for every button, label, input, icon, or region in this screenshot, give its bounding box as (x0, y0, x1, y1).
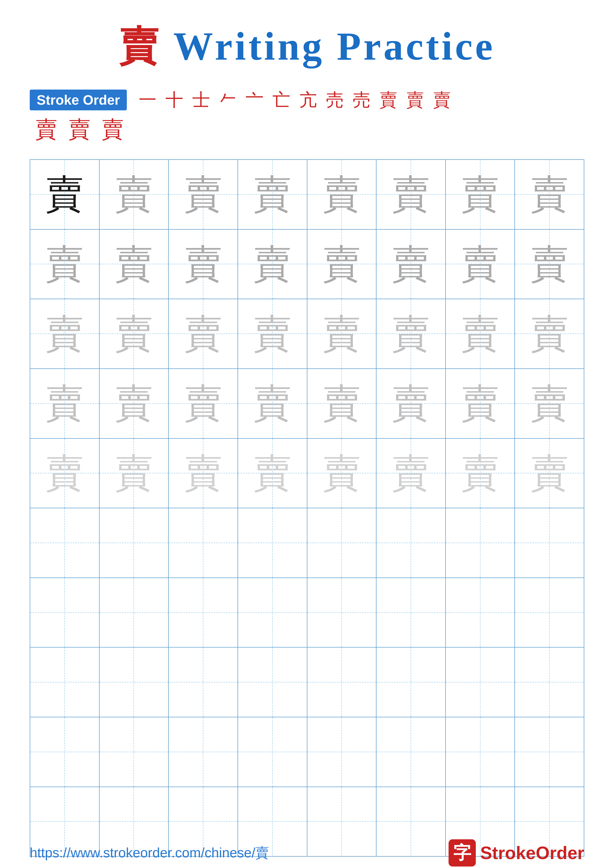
grid-cell-9-8[interactable] (515, 717, 584, 787)
grid-cell-8-8[interactable] (515, 648, 584, 717)
grid-cell-8-7[interactable] (446, 648, 515, 717)
grid-cell-1-5[interactable]: 賣 (307, 160, 377, 229)
stroke-char-8: 売 (326, 88, 344, 112)
grid-cell-4-8[interactable]: 賣 (515, 369, 584, 438)
footer-url[interactable]: https://www.strokeorder.com/chinese/賣 (30, 844, 269, 862)
grid-cell-7-6[interactable] (376, 578, 446, 647)
grid-cell-7-3[interactable] (169, 578, 238, 647)
grid-cell-1-3[interactable]: 賣 (169, 160, 238, 229)
practice-char: 賣 (45, 384, 84, 423)
grid-row-3: 賣 賣 賣 賣 賣 賣 賣 賣 (30, 299, 584, 369)
grid-cell-4-3[interactable]: 賣 (169, 369, 238, 438)
grid-cell-6-7[interactable] (446, 508, 515, 578)
page-title: 賣 Writing Practice (119, 20, 495, 73)
grid-cell-2-4[interactable]: 賣 (238, 229, 307, 299)
grid-cell-1-4[interactable]: 賣 (238, 160, 307, 229)
grid-cell-9-6[interactable] (376, 717, 446, 787)
grid-cell-8-4[interactable] (238, 648, 307, 717)
grid-cell-6-4[interactable] (238, 508, 307, 578)
grid-cell-8-1[interactable] (30, 648, 99, 717)
grid-cell-9-5[interactable] (307, 717, 377, 787)
stroke-char-1: 一 (139, 88, 157, 112)
practice-char: 賣 (322, 384, 361, 423)
practice-char: 賣 (461, 315, 499, 353)
grid-cell-7-7[interactable] (446, 578, 515, 647)
grid-cell-3-7[interactable]: 賣 (446, 299, 515, 369)
stroke-char-2: 十 (165, 88, 183, 112)
grid-cell-5-6[interactable]: 賣 (376, 439, 446, 508)
grid-cell-7-2[interactable] (99, 578, 169, 647)
grid-cell-3-1[interactable]: 賣 (30, 299, 99, 369)
grid-cell-6-8[interactable] (515, 508, 584, 578)
grid-cell-2-6[interactable]: 賣 (376, 229, 446, 299)
grid-cell-2-5[interactable]: 賣 (307, 229, 377, 299)
grid-cell-8-2[interactable] (99, 648, 169, 717)
grid-cell-9-4[interactable] (238, 717, 307, 787)
grid-cell-9-7[interactable] (446, 717, 515, 787)
stroke-char-6: 亡 (272, 88, 290, 112)
grid-cell-5-8[interactable]: 賣 (515, 439, 584, 508)
grid-cell-2-1[interactable]: 賣 (30, 229, 99, 299)
grid-cell-7-1[interactable] (30, 578, 99, 647)
grid-cell-2-8[interactable]: 賣 (515, 229, 584, 299)
grid-cell-3-6[interactable]: 賣 (376, 299, 446, 369)
grid-cell-5-1[interactable]: 賣 (30, 439, 99, 508)
grid-cell-6-5[interactable] (307, 508, 377, 578)
strokeorder-logo-icon: 字 (449, 839, 476, 866)
grid-cell-1-7[interactable]: 賣 (446, 160, 515, 229)
grid-cell-9-2[interactable] (99, 717, 169, 787)
grid-cell-1-2[interactable]: 賣 (99, 160, 169, 229)
practice-char: 賣 (461, 245, 499, 283)
grid-cell-1-6[interactable]: 賣 (376, 160, 446, 229)
practice-char: 賣 (461, 175, 499, 214)
grid-cell-8-5[interactable] (307, 648, 377, 717)
grid-cell-4-7[interactable]: 賣 (446, 369, 515, 438)
grid-cell-6-2[interactable] (99, 508, 169, 578)
stroke-order-section: Stroke Order 一 十 士 𠂉 亠 亡 亢 売 売 賣 賣 賣 賣 賣… (30, 88, 584, 144)
practice-char: 賣 (253, 384, 292, 423)
grid-cell-3-5[interactable]: 賣 (307, 299, 377, 369)
grid-cell-6-1[interactable] (30, 508, 99, 578)
grid-cell-4-6[interactable]: 賣 (376, 369, 446, 438)
grid-cell-4-4[interactable]: 賣 (238, 369, 307, 438)
practice-char: 賣 (184, 245, 222, 283)
grid-cell-1-1[interactable]: 賣 (30, 160, 99, 229)
practice-char: 賣 (392, 384, 430, 423)
grid-cell-9-1[interactable] (30, 717, 99, 787)
grid-cell-5-4[interactable]: 賣 (238, 439, 307, 508)
grid-cell-5-5[interactable]: 賣 (307, 439, 377, 508)
grid-cell-4-5[interactable]: 賣 (307, 369, 377, 438)
grid-cell-7-8[interactable] (515, 578, 584, 647)
practice-char: 賣 (461, 384, 499, 423)
grid-cell-3-4[interactable]: 賣 (238, 299, 307, 369)
grid-row-9 (30, 717, 584, 787)
grid-cell-2-7[interactable]: 賣 (446, 229, 515, 299)
practice-char: 賣 (322, 245, 361, 283)
grid-cell-5-2[interactable]: 賣 (99, 439, 169, 508)
practice-char: 賣 (253, 245, 292, 283)
grid-cell-3-3[interactable]: 賣 (169, 299, 238, 369)
grid-cell-2-2[interactable]: 賣 (99, 229, 169, 299)
stroke-char-5: 亠 (246, 88, 264, 112)
grid-cell-6-3[interactable] (169, 508, 238, 578)
grid-cell-3-2[interactable]: 賣 (99, 299, 169, 369)
grid-cell-7-4[interactable] (238, 578, 307, 647)
grid-cell-4-1[interactable]: 賣 (30, 369, 99, 438)
grid-cell-7-5[interactable] (307, 578, 377, 647)
grid-cell-9-3[interactable] (169, 717, 238, 787)
stroke-char-9: 売 (353, 88, 370, 112)
grid-cell-8-3[interactable] (169, 648, 238, 717)
grid-cell-5-7[interactable]: 賣 (446, 439, 515, 508)
grid-cell-6-6[interactable] (376, 508, 446, 578)
grid-cell-3-8[interactable]: 賣 (515, 299, 584, 369)
stroke-char-10: 賣 (379, 88, 397, 112)
practice-char: 賣 (530, 175, 569, 214)
grid-cell-4-2[interactable]: 賣 (99, 369, 169, 438)
grid-cell-2-3[interactable]: 賣 (169, 229, 238, 299)
grid-cell-5-3[interactable]: 賣 (169, 439, 238, 508)
grid-cell-8-6[interactable] (376, 648, 446, 717)
practice-char: 賣 (322, 175, 361, 214)
title-text: Writing Practice (161, 24, 495, 68)
grid-cell-1-8[interactable]: 賣 (515, 160, 584, 229)
footer-logo: 字 StrokeOrder (449, 839, 584, 866)
